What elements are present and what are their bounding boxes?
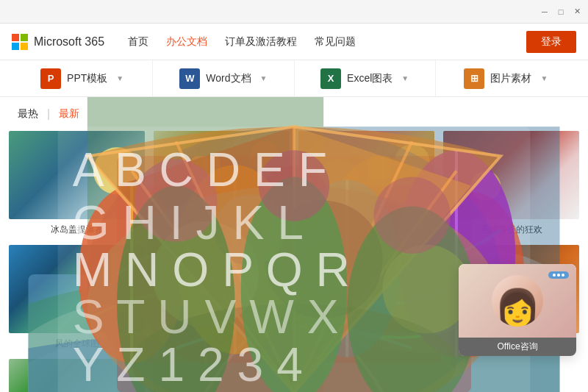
avatar-figure-icon: 👩	[495, 290, 540, 327]
chat-bubble-icon	[548, 271, 569, 279]
nav-link-faq[interactable]: 常见问题	[315, 32, 356, 51]
ppt-icon: P	[40, 68, 61, 89]
svg-text:Y Z 1 2 3 4: Y Z 1 2 3 4	[154, 359, 290, 391]
avatar: 👩	[492, 275, 543, 327]
logo[interactable]: Microsoft 365	[12, 34, 104, 50]
chat-dot-3	[562, 274, 564, 277]
cat-excel[interactable]: X Excel图表 ▼	[295, 60, 436, 96]
word-icon: W	[179, 68, 200, 89]
window-controls: ─ □ ✕	[539, 7, 582, 17]
grid-img-10: A B C D E F G H I J K L M N O P Q R S T …	[154, 359, 290, 392]
cat-word-label: Word文档	[206, 72, 251, 85]
title-bar: ─ □ ✕	[0, 0, 588, 24]
nav-link-home[interactable]: 首页	[128, 32, 148, 51]
cat-ppt-label: PPT模板	[67, 72, 107, 85]
close-button[interactable]: ✕	[572, 7, 582, 17]
minimize-button[interactable]: ─	[539, 7, 550, 17]
maximize-button[interactable]: □	[556, 7, 566, 17]
ppt-arrow-icon: ▼	[116, 74, 123, 82]
cat-img[interactable]: ⊞ 图片素材 ▼	[436, 60, 576, 96]
chat-avatar: 👩	[459, 264, 576, 338]
cat-word[interactable]: W Word文档 ▼	[153, 60, 294, 96]
excel-icon: X	[320, 68, 341, 89]
logo-text: Microsoft 365	[34, 35, 104, 49]
logo-grid-icon	[12, 34, 28, 50]
nav-link-docs[interactable]: 办公文档	[166, 32, 207, 51]
cat-excel-label: Excel图表	[347, 72, 392, 85]
main-content: 最热 | 最新 冰岛盖提瀑布	[0, 97, 588, 392]
excel-arrow-icon: ▼	[401, 74, 409, 82]
chat-dot-2	[557, 274, 560, 277]
chat-widget[interactable]: 👩 Office咨询	[459, 264, 576, 356]
nav-bar: Microsoft 365 首页 办公文档 订单及激活教程 常见问题 登录	[0, 24, 588, 60]
grid-item-10[interactable]: A B C D E F G H I J K L M N O P Q R S T …	[154, 359, 290, 392]
img-icon: ⊞	[464, 68, 484, 89]
login-button[interactable]: 登录	[526, 31, 576, 53]
cat-img-label: 图片素材	[490, 72, 531, 85]
chat-label: Office咨询	[459, 338, 576, 356]
nav-link-orders[interactable]: 订单及激活教程	[225, 32, 297, 51]
word-arrow-icon: ▼	[260, 74, 268, 82]
category-bar: P PPT模板 ▼ W Word文档 ▼ X Excel图表 ▼ ⊞ 图片素材 …	[0, 60, 588, 97]
cat-ppt[interactable]: P PPT模板 ▼	[12, 60, 153, 96]
nav-links: 首页 办公文档 订单及激活教程 常见问题	[128, 32, 526, 51]
chat-dot-1	[553, 274, 556, 277]
img-arrow-icon: ▼	[540, 74, 548, 82]
